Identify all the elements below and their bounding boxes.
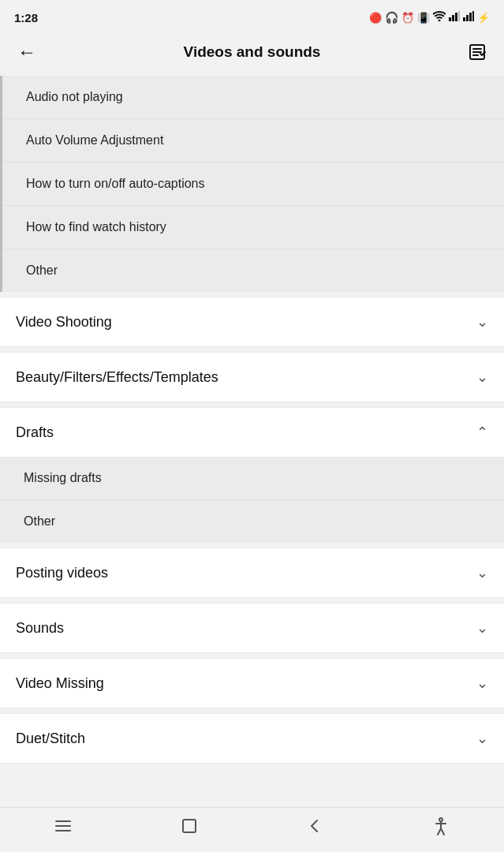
chevron-up-icon-drafts: ⌃	[476, 424, 488, 441]
section-label-duet-stitch: Duet/Stitch	[16, 731, 85, 747]
submenu-item-auto-volume[interactable]: Auto Volume Adjustment	[2, 119, 504, 163]
section-label-drafts: Drafts	[16, 424, 54, 441]
section-posting-videos[interactable]: Posting videos ⌄	[0, 547, 504, 598]
svg-line-19	[438, 828, 441, 835]
chevron-down-icon-posting-videos: ⌄	[476, 564, 488, 581]
section-beauty-filters[interactable]: Beauty/Filters/Effects/Templates ⌄	[0, 352, 504, 402]
edit-list-button[interactable]	[463, 43, 491, 62]
section-duet-stitch[interactable]: Duet/Stitch ⌄	[0, 713, 504, 764]
page-title: Videos and sounds	[41, 43, 463, 61]
chevron-down-icon-video-missing: ⌄	[476, 674, 488, 692]
section-video-shooting[interactable]: Video Shooting ⌄	[0, 297, 504, 347]
svg-rect-4	[463, 17, 465, 21]
back-button[interactable]: ←	[13, 41, 41, 63]
vibrate-icon: 📳	[417, 12, 430, 24]
section-label-video-shooting: Video Shooting	[16, 314, 112, 331]
menu-nav-icon[interactable]	[53, 816, 73, 841]
bottom-nav	[0, 807, 504, 852]
section-label-sounds: Sounds	[16, 620, 64, 637]
submenu-item-other-drafts[interactable]: Other	[0, 500, 504, 543]
back-nav-icon[interactable]	[304, 816, 325, 841]
chevron-down-icon-video-shooting: ⌄	[476, 313, 488, 331]
status-icons: 🔴 🎧 ⏰ 📳 ⚡	[369, 11, 490, 24]
section-sounds[interactable]: Sounds ⌄	[0, 603, 504, 653]
svg-rect-15	[183, 820, 196, 832]
svg-rect-2	[455, 13, 457, 21]
submenu-item-audio-not-playing[interactable]: Audio not playing	[2, 76, 504, 119]
svg-rect-7	[472, 11, 474, 21]
svg-rect-6	[469, 13, 472, 21]
header: ← Videos and sounds	[0, 32, 504, 76]
submenu-item-missing-drafts[interactable]: Missing drafts	[0, 457, 504, 500]
section-label-beauty-filters: Beauty/Filters/Effects/Templates	[16, 369, 218, 386]
svg-rect-1	[452, 15, 454, 21]
section-video-missing[interactable]: Video Missing ⌄	[0, 658, 504, 708]
accessibility-nav-icon[interactable]	[431, 816, 451, 841]
back-icon: ←	[17, 41, 36, 63]
submenu-item-auto-captions[interactable]: How to turn on/off auto-captions	[2, 163, 504, 206]
chevron-down-icon-duet-stitch: ⌄	[476, 730, 488, 747]
battery-icon: ⚡	[477, 12, 490, 24]
status-bar: 1:28 🔴 🎧 ⏰ 📳 ⚡	[0, 0, 504, 32]
section-label-posting-videos: Posting videos	[16, 565, 108, 581]
svg-rect-3	[458, 11, 460, 21]
alarm-icon: ⏰	[401, 12, 414, 24]
status-time: 1:28	[14, 11, 38, 24]
signal2-icon	[463, 11, 474, 24]
section-drafts[interactable]: Drafts ⌃	[0, 407, 504, 457]
svg-rect-5	[466, 15, 469, 21]
content-area: Audio not playing Auto Volume Adjustment…	[0, 76, 504, 807]
svg-rect-0	[449, 17, 451, 21]
chevron-down-icon-beauty-filters: ⌄	[476, 368, 488, 386]
submenu-item-watch-history[interactable]: How to find watch history	[2, 206, 504, 249]
svg-line-20	[441, 828, 444, 835]
edit-list-icon	[468, 43, 487, 62]
notification-icon: 🔴	[369, 12, 382, 24]
chevron-down-icon-sounds: ⌄	[476, 619, 488, 637]
headset-icon: 🎧	[385, 11, 398, 24]
signal1-icon	[449, 11, 460, 24]
drafts-submenu-group: Missing drafts Other	[0, 457, 504, 543]
wifi-icon	[433, 11, 446, 24]
section-label-video-missing: Video Missing	[16, 675, 104, 692]
home-nav-icon[interactable]	[179, 816, 200, 841]
top-submenu-group: Audio not playing Auto Volume Adjustment…	[0, 76, 504, 292]
submenu-item-other-top[interactable]: Other	[2, 249, 504, 292]
